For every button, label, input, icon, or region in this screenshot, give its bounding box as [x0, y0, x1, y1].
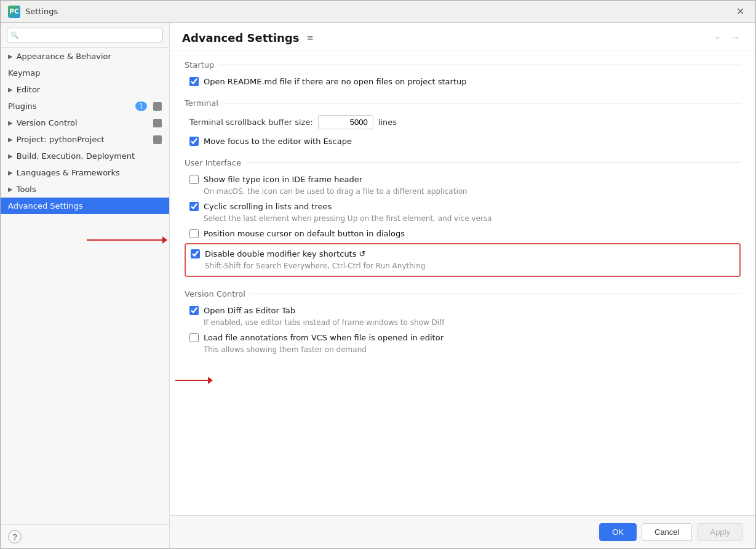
search-bar: [1, 23, 169, 48]
help-button[interactable]: ?: [8, 530, 22, 543]
sidebar-item-build[interactable]: ▶ Build, Execution, Deployment: [1, 148, 169, 164]
setting-cyclic-scrolling: Cyclic scrolling in lists and trees Sele…: [185, 202, 741, 224]
sidebar-item-label: Plugins: [8, 102, 37, 111]
startup-section-title: Startup: [185, 60, 741, 70]
open-diff-label[interactable]: Open Diff as Editor Tab: [204, 306, 295, 315]
ok-button[interactable]: OK: [599, 523, 637, 541]
title-bar: PC Settings ✕: [1, 1, 755, 23]
show-file-icon-checkbox[interactable]: [189, 175, 199, 184]
forward-button[interactable]: →: [728, 30, 743, 45]
checkbox-row: Load file annotations from VCS when file…: [189, 333, 741, 342]
setting-move-focus: Move focus to the editor with Escape: [185, 137, 741, 146]
checkbox-row: Position mouse cursor on default button …: [189, 229, 741, 238]
load-annotations-label[interactable]: Load file annotations from VCS when file…: [204, 333, 444, 342]
open-diff-checkbox[interactable]: [189, 306, 199, 315]
sidebar-item-project[interactable]: ▶ Project: pythonProject: [1, 131, 169, 148]
sidebar-item-version-control[interactable]: ▶ Version Control: [1, 114, 169, 131]
expand-icon: ▶: [8, 53, 13, 60]
open-readme-checkbox[interactable]: [189, 77, 199, 86]
footer-right: OK Cancel Apply: [599, 523, 743, 541]
move-focus-checkbox[interactable]: [189, 137, 199, 146]
checkbox-row: Open Diff as Editor Tab: [189, 306, 741, 315]
checkbox-row: Move focus to the editor with Escape: [189, 137, 741, 146]
settings-window: PC Settings ✕ ▶ Appearance & Behavior Ke…: [0, 0, 756, 549]
cancel-button[interactable]: Cancel: [642, 523, 692, 541]
sidebar: ▶ Appearance & Behavior Keymap ▶ Editor …: [1, 23, 170, 548]
checkbox-row: Open README.md file if there are no open…: [189, 77, 741, 86]
position-mouse-checkbox[interactable]: [189, 229, 199, 238]
open-diff-desc: If enabled, use editor tabs instead of f…: [189, 318, 741, 328]
content-header: Advanced Settings ≡ ← →: [170, 23, 755, 50]
scrollback-label: Terminal scrollback buffer size:: [189, 118, 313, 127]
sidebar-item-advanced[interactable]: Advanced Settings: [1, 198, 169, 214]
app-icon: PC: [8, 6, 20, 18]
terminal-section-title: Terminal: [185, 98, 741, 108]
load-annotations-desc: This allows showing them faster on deman…: [189, 345, 741, 355]
apply-button[interactable]: Apply: [697, 523, 743, 541]
expand-icon: ▶: [8, 153, 13, 159]
sidebar-item-keymap[interactable]: Keymap: [1, 65, 169, 81]
plugins-badge: 1: [135, 102, 147, 111]
main-content: ▶ Appearance & Behavior Keymap ▶ Editor …: [1, 23, 755, 548]
sidebar-item-label: Build, Execution, Deployment: [17, 151, 135, 161]
checkbox-row: Show file type icon in IDE frame header: [189, 175, 741, 184]
sidebar-item-label: Advanced Settings: [8, 201, 83, 210]
sidebar-item-label: Languages & Frameworks: [17, 168, 120, 177]
show-file-icon-desc: On macOS, the icon can be used to drag a…: [189, 186, 741, 197]
search-input[interactable]: [7, 28, 163, 42]
sidebar-item-label: Version Control: [17, 118, 78, 127]
setting-disable-double-modifier: Disable double modifier key shortcuts ↺ …: [185, 243, 741, 278]
content-header-left: Advanced Settings ≡: [182, 31, 317, 44]
back-button[interactable]: ←: [711, 30, 726, 45]
scrollback-units: lines: [378, 118, 397, 127]
plugins-icon: [153, 102, 162, 111]
setting-position-mouse: Position mouse cursor on default button …: [185, 229, 741, 238]
terminal-section: Terminal Terminal scrollback buffer size…: [185, 98, 741, 146]
sidebar-item-editor[interactable]: ▶ Editor: [1, 81, 169, 98]
sidebar-item-label: Keymap: [8, 68, 40, 78]
show-file-icon-label[interactable]: Show file type icon in IDE frame header: [204, 175, 362, 184]
ui-section-title: User Interface: [185, 158, 741, 167]
footer: OK Cancel Apply: [170, 515, 755, 548]
search-wrapper: [7, 28, 163, 42]
expand-icon: ▶: [8, 186, 13, 193]
expand-icon: ▶: [8, 86, 13, 93]
cyclic-scrolling-checkbox[interactable]: [189, 202, 199, 211]
setting-open-diff: Open Diff as Editor Tab If enabled, use …: [185, 306, 741, 328]
close-button[interactable]: ✕: [733, 4, 748, 18]
user-interface-section: User Interface Show file type icon in ID…: [185, 158, 741, 277]
sidebar-item-label: Appearance & Behavior: [17, 52, 111, 61]
load-annotations-checkbox[interactable]: [189, 333, 199, 342]
open-readme-label[interactable]: Open README.md file if there are no open…: [204, 77, 467, 86]
startup-section: Startup Open README.md file if there are…: [185, 60, 741, 86]
sidebar-item-label: Editor: [17, 85, 40, 94]
sidebar-bottom: ?: [1, 524, 169, 548]
cyclic-scrolling-label[interactable]: Cyclic scrolling in lists and trees: [204, 202, 332, 211]
sidebar-item-label: Tools: [17, 185, 36, 194]
position-mouse-label[interactable]: Position mouse cursor on default button …: [204, 229, 405, 238]
header-menu-icon[interactable]: ≡: [304, 31, 317, 44]
disable-double-modifier-checkbox[interactable]: [191, 249, 200, 258]
sidebar-item-tools[interactable]: ▶ Tools: [1, 181, 169, 198]
vc-section-title: Version Control: [185, 289, 741, 299]
checkbox-row: Cyclic scrolling in lists and trees: [189, 202, 741, 211]
nav-arrows: ← →: [711, 30, 743, 45]
setting-show-file-icon: Show file type icon in IDE frame header …: [185, 175, 741, 197]
title-bar-left: PC Settings: [8, 6, 58, 18]
sidebar-item-appearance[interactable]: ▶ Appearance & Behavior: [1, 48, 169, 65]
vc-icon: [153, 119, 162, 127]
scrollback-input[interactable]: [318, 115, 373, 129]
content-panel: Advanced Settings ≡ ← → Startup Open REA…: [170, 23, 755, 548]
sidebar-item-languages[interactable]: ▶ Languages & Frameworks: [1, 164, 169, 181]
disable-double-modifier-desc: Shift-Shift for Search Everywhere, Ctrl-…: [191, 261, 734, 271]
expand-icon: ▶: [8, 136, 13, 143]
cyclic-scrolling-desc: Select the last element when pressing Up…: [189, 214, 741, 224]
move-focus-label[interactable]: Move focus to the editor with Escape: [204, 137, 352, 146]
setting-load-annotations: Load file annotations from VCS when file…: [185, 333, 741, 355]
checkbox-row: Disable double modifier key shortcuts ↺: [191, 249, 734, 258]
expand-icon: ▶: [8, 169, 13, 176]
sidebar-item-plugins[interactable]: Plugins 1: [1, 98, 169, 114]
version-control-section: Version Control Open Diff as Editor Tab …: [185, 289, 741, 355]
setting-open-readme: Open README.md file if there are no open…: [185, 77, 741, 86]
disable-double-modifier-label[interactable]: Disable double modifier key shortcuts ↺: [205, 249, 366, 258]
